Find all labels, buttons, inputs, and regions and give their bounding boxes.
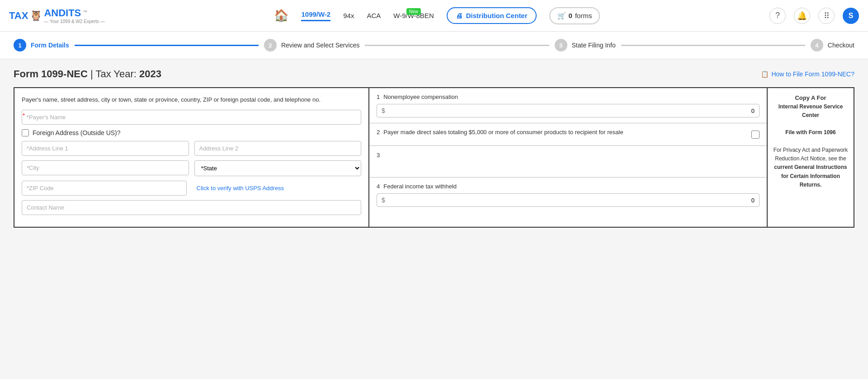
nav-1099w2[interactable]: 1099/W-2 — [301, 10, 330, 21]
form-header: Form 1099-NEC | Tax Year: 2023 📋 How to … — [14, 68, 854, 80]
cart-forms-label: forms — [575, 12, 592, 19]
irs-center-text: Internal Revenue Service Center — [773, 103, 848, 120]
dollar-sign-4: $ — [382, 197, 385, 204]
step-4-circle: 4 — [811, 39, 823, 51]
payer-name-input[interactable] — [22, 110, 361, 125]
address2-field — [194, 141, 362, 156]
logo-subtitle: — Your 1099 & W2 Experts — — [44, 19, 105, 24]
foreign-address-checkbox[interactable] — [22, 129, 29, 136]
question-icon: ? — [775, 11, 780, 20]
box4-amount-input[interactable] — [388, 197, 755, 204]
box2-checkbox-wrap — [751, 131, 760, 140]
state-select[interactable]: *State — [194, 160, 362, 176]
contact-name-input[interactable] — [22, 200, 361, 215]
form-body: Payer's name, street address, city or to… — [14, 87, 854, 228]
distribution-center-button[interactable]: 🖨 Distribution Center — [447, 7, 537, 24]
box2-num: 2 — [377, 129, 380, 136]
step-line-3 — [621, 45, 805, 46]
step-2[interactable]: 2 Review and Select Services — [264, 39, 360, 51]
step-1-circle: 1 — [14, 39, 26, 51]
contact-name-row — [22, 200, 361, 215]
tax-year-value: 2023 — [139, 68, 161, 80]
zip-verify-row: Click to verify with USPS Address — [22, 181, 361, 196]
cart-count: 0 — [569, 12, 572, 19]
city-state-row: *State — [22, 160, 361, 176]
usps-verify-link[interactable]: Click to verify with USPS Address — [197, 185, 284, 192]
nav-w9-wrap: New W-9/W-8BEN — [393, 12, 434, 19]
nav-94x[interactable]: 94x — [343, 12, 354, 19]
cart-button[interactable]: 🛒 0 forms — [549, 7, 600, 24]
home-icon[interactable]: 🏠 — [274, 9, 288, 23]
zip-field — [22, 181, 187, 196]
box2-content: 2 Payer made direct sales totaling $5,00… — [377, 129, 760, 140]
privacy-text-start: For Privacy Act and Paperwork Reduction … — [774, 147, 848, 162]
box4-section: 4 Federal income tax withheld $ — [369, 178, 767, 212]
stepper: 1 Form Details 2 Review and Select Servi… — [0, 32, 868, 59]
step-1[interactable]: 1 Form Details — [14, 39, 69, 51]
header-icons: ? 🔔 ⠿ S — [769, 8, 859, 24]
logo-andits: ANDITS — [44, 7, 81, 19]
main-content: Form 1099-NEC | Tax Year: 2023 📋 How to … — [0, 59, 868, 237]
tax-year-separator: | Tax Year: — [90, 68, 139, 80]
grid-button[interactable]: ⠿ — [818, 8, 835, 24]
zip-input[interactable] — [22, 181, 187, 196]
box3-num: 3 — [377, 152, 380, 159]
box4-text: Federal income tax withheld — [383, 183, 457, 190]
bell-button[interactable]: 🔔 — [794, 8, 810, 24]
nav-new-badge: New — [406, 8, 421, 15]
how-to-link[interactable]: 📋 How to File Form 1099-NEC? — [761, 70, 854, 78]
bell-icon: 🔔 — [797, 11, 807, 21]
city-field — [22, 160, 189, 176]
address2-input[interactable] — [194, 141, 362, 156]
grid-icon: ⠿ — [824, 11, 830, 21]
dollar-sign-1: $ — [382, 107, 385, 114]
foreign-address-label: Foreign Address (Outside US)? — [33, 129, 121, 136]
step-4-label: Checkout — [828, 42, 854, 49]
form-title: Form 1099-NEC | Tax Year: 2023 — [14, 68, 161, 80]
dist-center-label: Distribution Center — [466, 12, 528, 19]
how-to-text: How to File Form 1099-NEC? — [771, 70, 854, 78]
step-1-label: Form Details — [31, 42, 69, 49]
help-button[interactable]: ? — [769, 8, 786, 24]
box2-section: 2 Payer made direct sales totaling $5,00… — [369, 123, 767, 146]
header: TAX 🦉 ANDITS ™ — Your 1099 & W2 Experts … — [0, 0, 868, 32]
cart-icon: 🛒 — [557, 12, 566, 20]
box4-num: 4 — [377, 183, 380, 190]
form-right-panel: Copy A For Internal Revenue Service Cent… — [768, 88, 854, 227]
address-row — [22, 141, 361, 156]
address1-input[interactable] — [22, 141, 189, 156]
city-input[interactable] — [22, 160, 189, 175]
logo-tax: TAX — [9, 10, 28, 22]
box2-text: Payer made direct sales totaling $5,000 … — [383, 129, 623, 136]
privacy-text: For Privacy Act and Paperwork Reduction … — [773, 146, 848, 189]
box1-label: 1 Nonemployee compensation — [377, 94, 760, 100]
privacy-text-bold: current General Instructions for Certain… — [774, 164, 847, 187]
step-line-1 — [75, 45, 259, 46]
box1-text: Nonemployee compensation — [383, 94, 458, 100]
user-avatar[interactable]: S — [843, 8, 859, 24]
address1-field — [22, 141, 189, 156]
nav-aca[interactable]: ACA — [367, 12, 381, 19]
box2-checkbox[interactable] — [751, 131, 760, 139]
step-2-circle: 2 — [264, 39, 277, 51]
logo-owl-icon: 🦉 — [30, 10, 42, 22]
foreign-address-row: Foreign Address (Outside US)? — [22, 129, 361, 136]
step-3-circle: 3 — [555, 39, 567, 51]
step-3-label: State Filing Info — [572, 42, 616, 49]
box1-section: 1 Nonemployee compensation $ — [369, 88, 767, 123]
box1-amount-input[interactable] — [388, 108, 755, 114]
verify-link-wrap: Click to verify with USPS Address — [192, 184, 362, 192]
state-field: *State — [194, 160, 362, 176]
form-middle-panel: 1 Nonemployee compensation $ 2 Payer mad… — [369, 88, 768, 227]
logo-tm: ™ — [83, 9, 87, 14]
payer-description: Payer's name, street address, city or to… — [22, 95, 361, 104]
step-3[interactable]: 3 State Filing Info — [555, 39, 616, 51]
printer-icon: 🖨 — [456, 12, 462, 19]
box1-amount-wrap: $ — [377, 104, 760, 117]
form-left-panel: Payer's name, street address, city or to… — [14, 88, 369, 227]
logo: TAX 🦉 ANDITS ™ — Your 1099 & W2 Experts … — [9, 7, 105, 24]
step-4[interactable]: 4 Checkout — [811, 39, 854, 51]
payer-name-field-row — [22, 110, 361, 125]
file-with-text: File with Form 1096 — [773, 128, 848, 137]
box1-num: 1 — [377, 94, 380, 100]
